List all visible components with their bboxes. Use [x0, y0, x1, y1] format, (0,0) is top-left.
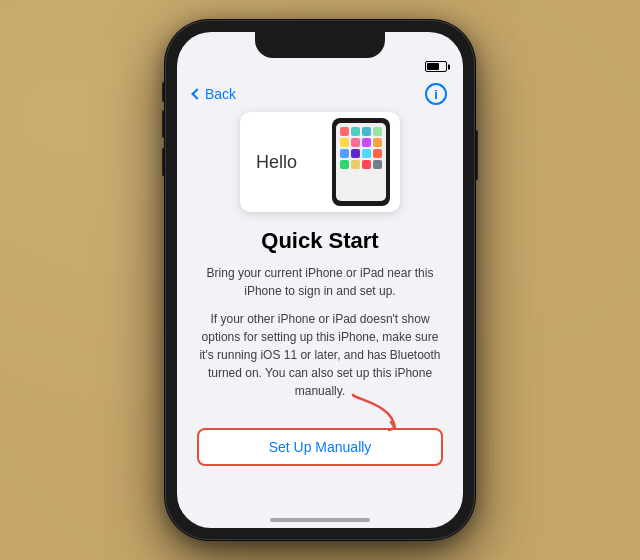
setup-manually-button[interactable]: Set Up Manually: [197, 428, 443, 466]
back-button[interactable]: Back: [193, 86, 236, 102]
status-icons: [425, 61, 447, 72]
app-icon: [373, 127, 382, 136]
back-chevron-icon: [191, 88, 202, 99]
app-icon: [340, 127, 349, 136]
app-icon: [362, 149, 371, 158]
accessibility-button[interactable]: i: [425, 83, 447, 105]
app-icon: [351, 138, 360, 147]
power-button: [475, 130, 478, 180]
app-icon: [351, 127, 360, 136]
notch: [255, 32, 385, 58]
mini-screen: [336, 123, 386, 201]
app-grid: [338, 125, 384, 171]
back-label: Back: [205, 86, 236, 102]
app-icon: [373, 149, 382, 158]
phone-shell: Back i Hello Quick Sta: [165, 20, 475, 540]
quick-start-title: Quick Start: [261, 228, 378, 254]
battery-fill: [427, 63, 439, 70]
app-icon: [362, 138, 371, 147]
mini-phone: [332, 118, 390, 206]
phone-screen: Back i Hello Quick Sta: [177, 32, 463, 528]
battery-icon: [425, 61, 447, 72]
red-arrow-annotation: [343, 390, 403, 440]
app-icon: [351, 149, 360, 158]
app-icon: [362, 160, 371, 169]
app-icon: [362, 127, 371, 136]
nav-bar: Back i: [177, 76, 463, 112]
app-icon: [351, 160, 360, 169]
app-icon: [373, 138, 382, 147]
app-icon: [373, 160, 382, 169]
app-icon: [340, 149, 349, 158]
hello-text: Hello: [256, 152, 297, 173]
app-icon: [340, 138, 349, 147]
setup-manually-label: Set Up Manually: [269, 439, 372, 455]
iphone-preview-card: Hello: [240, 112, 400, 212]
phone-device: Back i Hello Quick Sta: [165, 20, 475, 540]
home-indicator: [270, 518, 370, 522]
quick-start-description-2: If your other iPhone or iPad doesn't sho…: [197, 310, 443, 400]
accessibility-icon: i: [434, 87, 438, 102]
app-icon: [340, 160, 349, 169]
screen-content: Hello Quick Start Bring your current iPh…: [177, 112, 463, 528]
quick-start-description-1: Bring your current iPhone or iPad near t…: [197, 264, 443, 300]
